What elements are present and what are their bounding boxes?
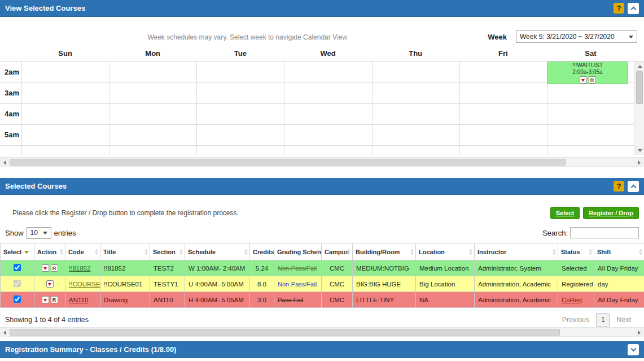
scroll-right-icon[interactable] [634, 158, 644, 167]
cell-title: !!81852 [100, 260, 150, 276]
sort-icon [553, 249, 556, 255]
sort-icon [589, 249, 592, 255]
expand-button[interactable] [628, 344, 639, 355]
chevron-up-icon [630, 6, 636, 12]
entries-summary: Showing 1 to 4 of 4 entries [5, 316, 89, 324]
horizontal-scroll-thumb[interactable] [10, 329, 560, 336]
coreq-link[interactable]: CoReq [562, 297, 582, 303]
column-header-instructor[interactable]: Instructor [475, 243, 558, 260]
time-label: 4am [5, 110, 19, 118]
scroll-up-icon[interactable] [635, 62, 644, 71]
help-icon[interactable]: ? [614, 3, 624, 14]
cell-shift: All Day Friday [594, 292, 644, 308]
cell-code: !!81852 [65, 260, 100, 276]
calendar-controls: Week schedules may vary. Select week to … [0, 17, 644, 45]
cell-building-room: BIG:BIG HUGE [353, 276, 416, 292]
register-drop-button[interactable]: Register / Drop [583, 207, 639, 219]
calendar-event-waitlist[interactable]: !!!WAITLIST 2:00a-3:05a R [547, 62, 628, 84]
cell-credits: 8.0 [250, 276, 274, 292]
column-header-action[interactable]: Action [34, 243, 65, 260]
cell-schedule: W 1:00AM- 2:40AM [185, 260, 250, 276]
page-size-dropdown[interactable]: 10 [27, 227, 51, 239]
register-icon[interactable]: R [51, 296, 58, 303]
column-header-building-room[interactable]: Building/Room [353, 243, 416, 260]
scroll-down-icon[interactable] [635, 146, 644, 155]
page-size-value: 10 [30, 229, 38, 237]
cell-schedule: H 4:00AM- 5:05AM [185, 292, 250, 308]
week-dropdown-value: Week 5: 3/21/2020 ~ 3/27/2020 [520, 33, 615, 41]
cell-code: AN110 [65, 292, 100, 308]
table-horizontal-scrollbar[interactable] [0, 327, 644, 337]
chevron-down-icon [630, 346, 636, 351]
previous-page-button[interactable]: Previous [562, 316, 590, 324]
register-icon[interactable]: R [51, 264, 58, 272]
cell-action: R [34, 260, 65, 276]
calendar-horizontal-scrollbar[interactable] [0, 157, 644, 167]
next-page-button[interactable]: Next [616, 316, 631, 324]
day-header-fri: Fri [459, 49, 547, 58]
calendar-note: Week schedules may vary. Select week to … [7, 33, 488, 43]
register-icon[interactable]: R [589, 76, 596, 84]
page-number-button[interactable]: 1 [596, 313, 610, 327]
column-header-title[interactable]: Title [100, 243, 150, 260]
horizontal-scroll-thumb[interactable] [10, 159, 566, 166]
cell-status: Registered [558, 276, 594, 292]
row-select-checkbox [14, 280, 21, 287]
drop-icon[interactable] [46, 280, 54, 288]
column-header-schedule[interactable]: Schedule [185, 243, 250, 260]
drop-icon[interactable] [42, 296, 49, 303]
sort-icon [469, 249, 472, 255]
cell-credits: 5.24 [250, 260, 274, 276]
drop-icon[interactable] [42, 264, 49, 272]
column-header-campus[interactable]: Campus [322, 243, 353, 260]
scroll-left-icon[interactable] [0, 328, 10, 337]
week-dropdown[interactable]: Week 5: 3/21/2020 ~ 3/27/2020 [516, 31, 637, 43]
course-code-link[interactable]: !!81852 [69, 265, 90, 272]
cell-action: R [34, 292, 65, 308]
cell-instructor: Administration, Academic [475, 276, 558, 292]
cell-building-room: LITTLE:TINY [353, 292, 416, 308]
search-label: Search: [542, 229, 568, 237]
cell-location: Medium Location [416, 260, 475, 276]
search-input[interactable] [570, 227, 639, 238]
scroll-left-icon[interactable] [0, 158, 10, 167]
column-header-section[interactable]: Section [150, 243, 185, 260]
row-select-checkbox[interactable] [14, 295, 21, 303]
table-row: R AN110 Drawing AN110 H 4:00AM- 5:05AM 3… [1, 292, 644, 308]
collapse-button[interactable] [628, 181, 639, 192]
course-code-link[interactable]: !!COURSE01 [69, 281, 100, 288]
column-header-code[interactable]: Code [65, 243, 100, 260]
cell-status: Selected [558, 260, 594, 276]
column-header-shift[interactable]: Shift [594, 243, 644, 260]
vertical-scroll-thumb[interactable] [636, 71, 643, 104]
drop-icon[interactable] [580, 76, 587, 84]
collapse-button[interactable] [628, 3, 639, 14]
time-label: 2am [5, 68, 19, 76]
sort-icon [95, 249, 98, 255]
sort-icon [639, 249, 642, 255]
view-selected-courses-header: View Selected Courses ? [0, 0, 644, 17]
cell-action [34, 276, 65, 292]
selected-courses-table: Select Action Code Title Section Schedul… [0, 243, 644, 308]
calendar-day-header: Sun Mon Tue Wed Thu Fri Sat [0, 45, 644, 61]
cell-section: TEST2 [150, 260, 185, 276]
chevron-up-icon [630, 184, 636, 190]
column-header-select[interactable]: Select [1, 243, 34, 260]
column-header-status[interactable]: Status [558, 243, 594, 260]
help-icon[interactable]: ? [614, 181, 624, 192]
day-header-sat: Sat [547, 49, 634, 58]
time-label: 5am [5, 131, 19, 139]
dropdown-arrow-icon [43, 232, 47, 234]
column-header-credits[interactable]: Credits [250, 243, 274, 260]
row-select-checkbox[interactable] [14, 264, 21, 271]
column-header-grading-scheme[interactable]: Grading Scheme [274, 243, 322, 260]
sort-desc-icon [24, 251, 29, 254]
cell-section: TESTY1 [150, 276, 185, 292]
calendar-grid: 2am 3am 4am 5am !!!WAITLIST 2:00a-3:05a … [0, 61, 644, 155]
panel-title: Selected Courses [5, 182, 67, 190]
calendar-vertical-scrollbar[interactable] [634, 62, 644, 155]
course-code-link[interactable]: AN110 [69, 297, 88, 303]
scroll-right-icon[interactable] [634, 328, 644, 337]
column-header-location[interactable]: Location [416, 243, 475, 260]
select-button[interactable]: Select [550, 207, 580, 219]
